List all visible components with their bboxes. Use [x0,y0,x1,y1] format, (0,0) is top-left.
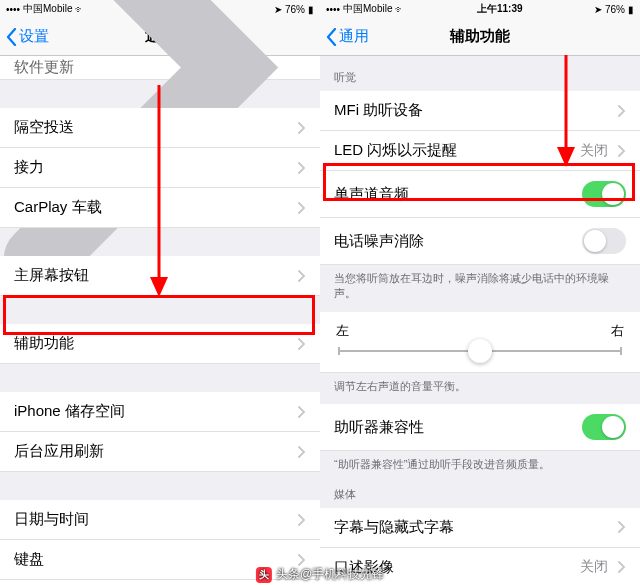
chevron-left-icon [326,28,337,46]
chevron-right-icon [298,406,306,418]
left-screen: •••• 中国Mobile ᯤ 上午11:39 ➤ 76% ▮ 设置 通用 软件… [0,0,320,585]
mono-audio-toggle[interactable] [582,181,626,207]
section-hearing-header: 听觉 [320,56,640,91]
wifi-icon: ᯤ [395,4,405,15]
cell-handoff[interactable]: 接力 [0,148,320,188]
cell-subtitles[interactable]: 字幕与隐藏式字幕 [320,508,640,548]
hearing-aid-compat-toggle[interactable] [582,414,626,440]
back-label: 通用 [339,27,369,46]
note-noise: 当您将听筒放在耳边时，噪声消除将减少电话中的环境噪声。 [320,265,640,312]
cell-value: 关闭 [580,142,608,160]
chevron-right-icon [298,122,306,134]
cell-mfi-hearing[interactable]: MFi 助听设备 [320,91,640,131]
cell-label: 键盘 [14,550,44,569]
chevron-right-icon [618,105,626,117]
cell-date-time[interactable]: 日期与时间 [0,500,320,540]
carrier-label: 中国Mobile [343,2,392,16]
cell-label: 主屏幕按钮 [14,266,89,285]
battery-icon: ▮ [628,4,634,15]
battery-icon: ▮ [308,4,314,15]
cell-storage[interactable]: iPhone 储存空间 [0,392,320,432]
cell-hearing-aid-compat: 助听器兼容性 [320,404,640,451]
chevron-right-icon [618,521,626,533]
cell-carplay[interactable]: CarPlay 车载 [0,188,320,228]
chevron-right-icon [298,270,306,282]
battery-pct: 76% [605,4,625,15]
watermark-text: 头条@手机科技先锋 [276,566,384,583]
cell-value: 关闭 [580,558,608,576]
slider-right-label: 右 [611,322,624,340]
cell-label: 隔空投送 [14,118,74,137]
chevron-right-icon [298,554,306,566]
cell-label: 单声道音频 [334,185,409,204]
cell-label: CarPlay 车载 [14,198,102,217]
note-balance: 调节左右声道的音量平衡。 [320,373,640,404]
back-button[interactable]: 通用 [320,27,369,46]
cell-label: 接力 [14,158,44,177]
cell-home-button[interactable]: 主屏幕按钮 [0,256,320,296]
chevron-right-icon [298,338,306,350]
note-compat: “助听器兼容性”通过助听手段改进音频质量。 [320,451,640,482]
location-icon: ➤ [594,4,602,15]
cell-airdrop[interactable]: 隔空投送 [0,108,320,148]
cell-label: MFi 助听设备 [334,101,423,120]
cell-led-flash[interactable]: LED 闪烁以示提醒 关闭 [320,131,640,171]
status-time: 上午11:39 [477,2,523,16]
cell-software-update[interactable]: 软件更新 [0,56,320,80]
chevron-right-icon [298,162,306,174]
watermark-icon: 头 [256,567,272,583]
nav-bar: 通用 辅助功能 [320,18,640,56]
chevron-right-icon [618,145,626,157]
slider-thumb[interactable] [468,339,492,363]
cell-label: 日期与时间 [14,510,89,529]
cell-mono-audio: 单声道音频 [320,171,640,218]
slider-left-label: 左 [336,322,349,340]
cell-label: LED 闪烁以示提醒 [334,141,457,160]
chevron-right-icon [298,446,306,458]
balance-slider[interactable] [338,350,622,352]
cell-label: 电话噪声消除 [334,232,424,251]
cell-accessibility[interactable]: 辅助功能 [0,324,320,364]
chevron-right-icon [298,514,306,526]
cell-label: 辅助功能 [14,334,74,353]
status-bar: •••• 中国Mobile ᯤ 上午11:39 ➤ 76% ▮ [320,0,640,18]
right-screen: •••• 中国Mobile ᯤ 上午11:39 ➤ 76% ▮ 通用 辅助功能 … [320,0,640,585]
section-media-header: 媒体 [320,483,640,508]
cell-noise-cancel: 电话噪声消除 [320,218,640,265]
signal-icon: •••• [326,4,340,15]
noise-cancel-toggle[interactable] [582,228,626,254]
cell-label: 字幕与隐藏式字幕 [334,518,454,537]
chevron-right-icon [618,561,626,573]
balance-slider-cell: 左 右 [320,312,640,373]
watermark: 头 头条@手机科技先锋 [256,566,384,583]
cell-label: 后台应用刷新 [14,442,104,461]
cell-label: iPhone 储存空间 [14,402,125,421]
cell-background-refresh[interactable]: 后台应用刷新 [0,432,320,472]
cell-label: 助听器兼容性 [334,418,424,437]
chevron-right-icon [298,202,306,214]
